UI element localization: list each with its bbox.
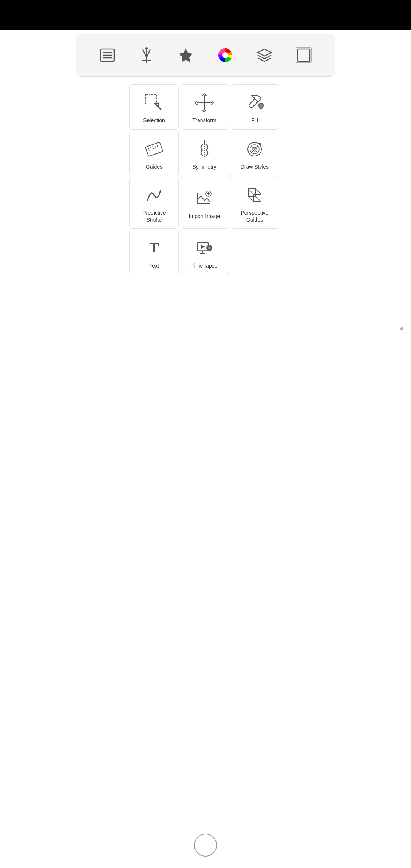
svg-line-22	[150, 147, 151, 149]
svg-marker-15	[258, 49, 271, 56]
svg-point-11	[145, 47, 148, 49]
draw-styles-item[interactable]: Draw Styles	[230, 131, 279, 176]
predictive-stroke-label: Predictive Stroke	[142, 209, 166, 223]
symmetry-label: Symmetry	[193, 163, 217, 170]
selection-item[interactable]: Selection	[129, 84, 179, 130]
perspective-guides-item[interactable]: Perspective Guides	[230, 177, 279, 229]
draw-styles-label: Draw Styles	[241, 163, 269, 170]
guides-label: Guides	[146, 163, 162, 170]
fill-label: Fill	[251, 117, 258, 124]
home-indicator[interactable]	[194, 834, 217, 857]
layers-icon[interactable]	[251, 42, 278, 69]
brush-icon[interactable]	[172, 42, 199, 69]
canvas-icon[interactable]	[290, 42, 317, 69]
transform-item[interactable]: Transform	[180, 84, 229, 130]
text-item[interactable]: T Text	[129, 230, 179, 275]
svg-rect-17	[296, 48, 311, 63]
status-bar	[0, 0, 411, 30]
side-dot	[400, 327, 403, 330]
svg-point-45	[208, 246, 211, 249]
svg-marker-12	[179, 48, 193, 62]
color-icon[interactable]	[212, 42, 239, 69]
svg-line-37	[248, 189, 253, 194]
svg-line-38	[256, 189, 261, 194]
import-image-item[interactable]: Import Image	[180, 177, 229, 229]
fill-item[interactable]: Fill	[230, 84, 279, 130]
toolbar	[76, 34, 335, 77]
svg-line-9	[147, 49, 150, 57]
svg-rect-20	[145, 142, 163, 156]
svg-line-21	[148, 148, 150, 151]
predictive-stroke-item[interactable]: Predictive Stroke	[129, 177, 179, 229]
svg-line-8	[143, 49, 147, 57]
svg-text:T: T	[149, 239, 159, 255]
svg-line-39	[248, 196, 253, 202]
tools-grid: Selection Transform Fill	[129, 84, 282, 275]
svg-point-31	[201, 196, 201, 196]
svg-line-40	[256, 196, 261, 202]
svg-line-25	[157, 145, 158, 148]
svg-line-23	[153, 146, 154, 149]
list-icon[interactable]	[94, 42, 121, 69]
guides-item[interactable]: Guides	[129, 131, 179, 176]
import-image-label: Import Image	[189, 213, 220, 220]
transform-label: Transform	[192, 117, 216, 124]
svg-rect-16	[298, 49, 310, 61]
text-label: Text	[149, 262, 159, 269]
svg-point-14	[222, 52, 228, 58]
tools-icon[interactable]	[133, 42, 160, 69]
svg-line-24	[155, 145, 156, 148]
selection-label: Selection	[143, 117, 165, 124]
time-lapse-label: Time-lapse	[191, 262, 218, 269]
time-lapse-item[interactable]: Time-lapse	[180, 230, 229, 275]
perspective-guides-label: Perspective Guides	[241, 209, 268, 223]
symmetry-item[interactable]: Symmetry	[180, 131, 229, 176]
